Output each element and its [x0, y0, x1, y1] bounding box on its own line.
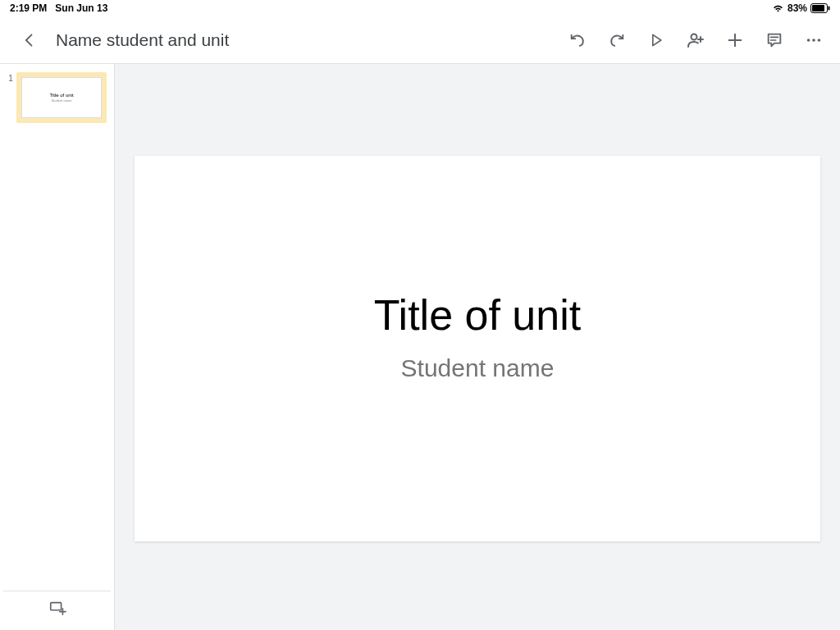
wifi-icon: [772, 4, 784, 13]
svg-point-3: [692, 34, 697, 39]
slide-panel: 1 Title of unit Student name: [0, 64, 115, 630]
battery-icon: [810, 3, 830, 13]
device-status-bar: 2:19 PM Sun Jun 13 83%: [0, 0, 840, 16]
current-slide[interactable]: Title of unit Student name: [135, 156, 820, 541]
chevron-left-icon: [21, 32, 38, 48]
svg-point-4: [807, 39, 810, 42]
slide-thumbnail[interactable]: 1 Title of unit Student name: [3, 71, 111, 125]
slide-canvas[interactable]: Title of unit Student name: [115, 64, 840, 630]
more-button[interactable]: [804, 30, 824, 50]
svg-rect-7: [50, 602, 61, 609]
svg-point-5: [812, 39, 815, 42]
plus-icon: [726, 31, 744, 49]
svg-point-6: [818, 39, 821, 42]
more-horizontal-icon: [805, 31, 823, 49]
redo-icon: [608, 31, 626, 49]
svg-rect-1: [812, 5, 824, 11]
comment-icon: [765, 31, 783, 49]
undo-icon: [568, 31, 587, 49]
battery-percent: 83%: [788, 2, 807, 14]
slide-number: 1: [5, 72, 16, 83]
thumbnail-title: Title of unit: [49, 93, 73, 98]
new-slide-icon: [48, 599, 66, 617]
redo-button[interactable]: [607, 30, 627, 50]
thumbnail-subtitle: Student name: [52, 98, 72, 103]
comment-button[interactable]: [765, 30, 784, 50]
app-toolbar: Name student and unit: [0, 16, 840, 64]
status-time: 2:19 PM: [10, 2, 47, 14]
play-icon: [648, 32, 664, 48]
svg-rect-2: [829, 7, 830, 11]
status-date: Sun Jun 13: [55, 2, 107, 14]
back-button[interactable]: [20, 30, 39, 50]
document-title[interactable]: Name student and unit: [56, 30, 568, 50]
new-slide-button[interactable]: [3, 591, 111, 623]
insert-button[interactable]: [725, 30, 745, 50]
present-button[interactable]: [646, 30, 666, 50]
undo-button[interactable]: [568, 30, 587, 50]
slide-subtitle-text[interactable]: Student name: [401, 354, 555, 382]
slide-title-text[interactable]: Title of unit: [374, 290, 581, 340]
person-add-icon: [686, 30, 705, 50]
share-button[interactable]: [686, 30, 705, 50]
